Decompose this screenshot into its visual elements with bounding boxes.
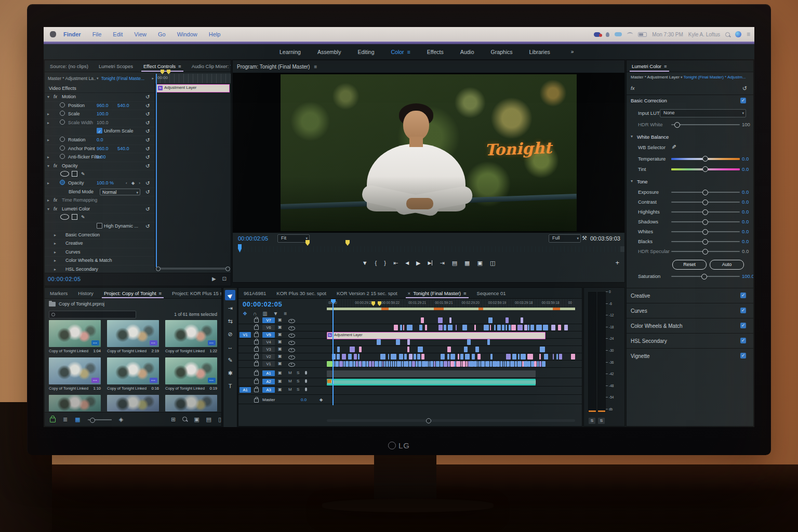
timeline-clip[interactable] xyxy=(407,347,409,352)
effect-row-basic-correction[interactable]: ▸Basic Correction xyxy=(45,231,155,240)
stopwatch-icon[interactable] xyxy=(60,154,65,159)
reset-param-icon[interactable]: ↺ xyxy=(145,102,150,109)
timeline-clip[interactable] xyxy=(454,361,456,367)
timeline-clip[interactable] xyxy=(327,361,332,367)
saturation-slider[interactable] xyxy=(671,276,740,277)
timeline-clip[interactable] xyxy=(396,339,400,345)
timeline-clip[interactable] xyxy=(417,354,420,360)
effect-row-creative[interactable]: ▸Creative xyxy=(45,240,155,248)
twirl-icon[interactable]: ▸ xyxy=(47,119,49,126)
tone-header[interactable]: ▾ Tone xyxy=(627,179,753,187)
twirl-icon[interactable]: ▸ xyxy=(47,180,49,187)
timeline-clip[interactable] xyxy=(558,325,561,330)
tint-slider[interactable] xyxy=(671,168,740,170)
panel-menu-icon[interactable]: ≡ xyxy=(159,290,162,296)
reset-param-icon[interactable]: ↺ xyxy=(145,206,150,212)
lumetri-sequence-link[interactable]: Tonight (Final Master) * Adjustm... xyxy=(684,75,746,79)
workspace-tab-assembly[interactable]: Assembly xyxy=(309,47,350,57)
reset-param-icon[interactable]: ↺ xyxy=(145,137,150,143)
menu-item-file[interactable]: File xyxy=(92,31,102,37)
track-name-v6[interactable]: V6 xyxy=(262,325,275,330)
twirl-icon[interactable]: ▸ xyxy=(54,257,56,264)
timeline-clip[interactable] xyxy=(350,347,355,352)
voiceover-icon[interactable] xyxy=(305,371,307,375)
master-volume-value[interactable]: 0.0 xyxy=(301,397,307,402)
project-item-thumbnail[interactable]: ••• xyxy=(49,320,101,347)
timeline-clip[interactable] xyxy=(559,354,563,360)
twirl-icon[interactable]: ▾ xyxy=(47,206,49,212)
project-item-label[interactable]: Copy of Tonight Linked...1:04 xyxy=(49,349,101,354)
effect-row-curves[interactable]: ▸Curves xyxy=(45,248,155,257)
timeline-clip[interactable] xyxy=(458,354,459,360)
timeline-clip[interactable] xyxy=(490,354,493,360)
twirl-icon[interactable]: ▾ xyxy=(47,163,49,169)
project-item-thumbnail[interactable]: ••• xyxy=(107,357,159,384)
mute-button[interactable]: M xyxy=(288,387,292,392)
program-timecode[interactable]: 00:00:02:05 xyxy=(238,235,268,242)
timeline-clip[interactable] xyxy=(485,361,486,367)
timeline-clip[interactable] xyxy=(409,361,411,367)
thumbnail-zoom-slider[interactable] xyxy=(88,419,112,420)
track-lock-icon[interactable] xyxy=(254,333,259,337)
exposure-slider[interactable] xyxy=(671,192,740,193)
menu-item-window[interactable]: Window xyxy=(177,31,197,37)
timeline-clip[interactable] xyxy=(497,361,499,367)
workspace-overflow-icon[interactable]: » xyxy=(571,49,574,55)
timeline-clip[interactable] xyxy=(440,361,443,367)
timeline-clip[interactable] xyxy=(534,361,537,367)
workspace-tab-libraries[interactable]: Libraries xyxy=(521,47,558,57)
timeline-clip[interactable] xyxy=(343,361,345,367)
timeline-clip[interactable] xyxy=(464,347,468,352)
twirl-icon[interactable]: ▸ xyxy=(54,232,56,238)
track-lock-icon[interactable] xyxy=(254,362,259,366)
timeline-clip[interactable] xyxy=(447,347,451,352)
timeline-clip[interactable] xyxy=(528,361,530,367)
workspace-tab-learning[interactable]: Learning xyxy=(271,47,309,57)
timeline-clip[interactable] xyxy=(360,361,362,367)
step-back-button[interactable]: ◀ xyxy=(405,260,409,265)
program-scrubber[interactable] xyxy=(237,246,620,252)
timeline-clip[interactable] xyxy=(358,361,360,367)
effect-row-shapes[interactable]: ✎ xyxy=(45,170,155,179)
timeline-clip[interactable] xyxy=(504,361,506,367)
param-value[interactable]: 100.0 % xyxy=(97,180,114,187)
timeline-clip[interactable] xyxy=(564,325,568,330)
timeline-clip[interactable] xyxy=(521,317,523,323)
export-icon[interactable]: ⊡ xyxy=(222,276,227,282)
track-name-a3[interactable]: A3 xyxy=(262,387,275,393)
keyframe-nav-icon[interactable]: ◆ xyxy=(320,397,323,402)
workspace-tab-editing[interactable]: Editing xyxy=(349,47,382,57)
timeline-clip[interactable] xyxy=(444,361,447,367)
sync-lock-icon[interactable]: ▣ xyxy=(278,379,282,383)
track-select-forward-tool[interactable]: ⇥ xyxy=(225,303,235,313)
timeline-clip[interactable] xyxy=(345,361,349,367)
hdr-white-slider[interactable] xyxy=(671,124,740,125)
twirl-icon[interactable]: ▸ xyxy=(47,197,49,204)
mask-pen-icon[interactable]: ✎ xyxy=(81,171,85,178)
timeline-clip[interactable] xyxy=(362,361,366,367)
track-lock-icon[interactable] xyxy=(254,371,259,376)
timeline-clip[interactable] xyxy=(510,361,514,367)
timeline-clip[interactable] xyxy=(449,317,451,323)
timeline-clip[interactable] xyxy=(531,361,534,367)
timeline-clip[interactable] xyxy=(493,361,497,367)
twirl-icon[interactable]: ▸ xyxy=(47,111,49,117)
whites-slider[interactable] xyxy=(671,231,740,232)
section-checkbox[interactable]: ✓ xyxy=(740,338,746,343)
mark-in-button[interactable]: { xyxy=(375,260,377,266)
reset-param-icon[interactable]: ↺ xyxy=(145,223,150,230)
reset-param-icon[interactable]: ↺ xyxy=(145,119,150,126)
project-item-label[interactable]: Copy of Tonight Linked...1:10 xyxy=(49,386,101,392)
track-name-v5[interactable]: V5 xyxy=(262,332,275,338)
slip-tool[interactable]: ↔ xyxy=(225,342,235,352)
timeline-clip[interactable] xyxy=(484,325,489,330)
master-clip-selector[interactable]: Master * Adjustment La... xyxy=(48,76,96,81)
zoom-in-icon[interactable]: ◈ xyxy=(119,416,123,423)
timeline-clip[interactable] xyxy=(419,325,422,330)
timeline-clip[interactable] xyxy=(553,354,554,360)
timeline-clip[interactable] xyxy=(462,325,468,330)
track-name-v1[interactable]: V1 xyxy=(262,361,275,367)
effect-row-anchor-point[interactable]: Anchor Point960.0540.0↺ xyxy=(45,145,155,154)
timeline-hscrollbar[interactable] xyxy=(327,419,575,422)
timeline-clip[interactable] xyxy=(404,354,407,360)
